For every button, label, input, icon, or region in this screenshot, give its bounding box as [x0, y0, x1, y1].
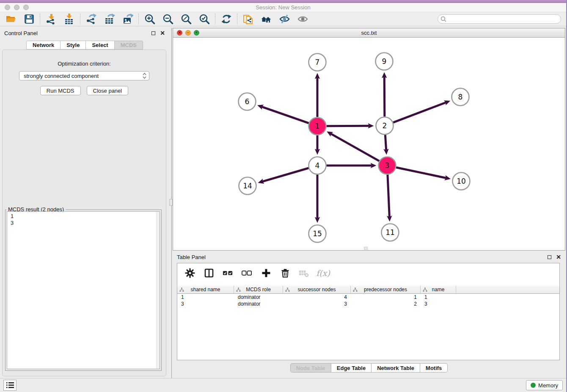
network-canvas[interactable]: 7968124314101511 [173, 38, 565, 250]
panel-divider[interactable] [169, 28, 173, 378]
home-button[interactable] [261, 14, 272, 25]
edge-3-10[interactable] [396, 167, 446, 178]
select-stepper-icon [143, 73, 146, 79]
edge-2-3[interactable] [385, 135, 386, 150]
import-network-icon [46, 14, 57, 25]
table-cell[interactable]: dominator [234, 294, 283, 300]
table-cell[interactable]: 1 [421, 294, 456, 300]
divider-grip[interactable] [169, 199, 173, 206]
search-input[interactable] [438, 14, 561, 24]
edge-3-1[interactable] [331, 134, 379, 161]
column-header-name[interactable]: name [421, 286, 456, 293]
import-network-button[interactable] [45, 14, 57, 25]
control-panel-title: Control Panel [4, 30, 38, 36]
edge-1-2[interactable] [326, 126, 369, 126]
zoom-out-button[interactable] [162, 14, 173, 25]
network-minimize-button[interactable]: − [185, 30, 191, 36]
edge-2-8[interactable] [393, 102, 446, 122]
hide-details-button[interactable] [279, 14, 290, 25]
float-panel-icon[interactable] [151, 31, 155, 35]
table-cell[interactable]: 3 [177, 301, 234, 307]
trash-icon [280, 268, 291, 279]
zoom-selected-button[interactable] [198, 14, 210, 25]
tab-select[interactable]: Select [86, 41, 114, 50]
column-header-MCDS-role[interactable]: MCDS role [234, 286, 283, 293]
export-table-icon [104, 14, 115, 25]
network-window-titlebar[interactable]: ✕ − + scc.txt [173, 28, 565, 38]
split-panes-icon [204, 268, 215, 279]
add-column-button[interactable] [260, 268, 272, 279]
column-header-predecessor-nodes[interactable]: predecessor nodes [351, 286, 421, 293]
table-cell[interactable]: 1 [351, 294, 421, 300]
node-label-8: 8 [458, 93, 463, 101]
network-maximize-button[interactable]: + [194, 30, 199, 36]
zoom-fit-button[interactable] [180, 14, 192, 25]
edge-2-9[interactable] [384, 77, 385, 116]
show-details-button[interactable] [297, 14, 308, 25]
tab-network[interactable]: Network [26, 41, 61, 50]
open-session-button[interactable] [5, 14, 17, 25]
plus-icon [261, 268, 272, 279]
table-cell[interactable]: 1 [177, 294, 234, 300]
table-row[interactable]: 1dominator411 [177, 294, 559, 301]
export-image-button[interactable] [122, 14, 133, 25]
gear-icon [184, 268, 195, 279]
task-list-icon [6, 381, 15, 389]
float-table-panel-icon[interactable] [548, 255, 551, 259]
node-label-6: 6 [245, 97, 250, 106]
edge-3-11[interactable] [388, 174, 389, 217]
deselect-all-button[interactable] [241, 268, 253, 279]
table-cell[interactable]: 3 [421, 301, 456, 307]
node-label-4: 4 [315, 161, 320, 170]
edge-1-6[interactable] [261, 107, 308, 123]
result-scrollbar[interactable] [156, 212, 160, 369]
network-graph[interactable]: 7968124314101511 [173, 38, 565, 250]
table-container: f(x) shared nameMCDS rolesuccessor nodes… [177, 263, 560, 360]
checked-boxes-icon [222, 268, 234, 279]
save-session-button[interactable] [23, 14, 35, 25]
refresh-button[interactable] [220, 14, 232, 25]
canvas-scroll-thumb[interactable] [364, 247, 368, 250]
titlebar: Session: New Session [0, 3, 566, 12]
function-builder-button[interactable]: f(x) [317, 268, 329, 279]
zoom-in-icon [144, 14, 155, 25]
network-from-file-button[interactable] [242, 14, 254, 25]
tab-network-table[interactable]: Network Table [372, 363, 420, 373]
tab-node-table[interactable]: Node Table [290, 363, 331, 373]
delete-table-button[interactable] [298, 268, 310, 279]
tab-edge-table[interactable]: Edge Table [331, 363, 372, 373]
task-history-button[interactable] [3, 380, 17, 391]
close-table-panel-icon[interactable]: ✕ [556, 254, 561, 260]
export-network-button[interactable] [85, 14, 97, 25]
column-header-shared-name[interactable]: shared name [177, 286, 234, 293]
zoom-in-button[interactable] [144, 14, 155, 25]
export-image-icon [122, 14, 133, 25]
tab-style[interactable]: Style [61, 41, 86, 50]
memory-button[interactable]: Memory [526, 380, 563, 390]
node-label-15: 15 [313, 229, 322, 238]
run-mcds-button[interactable]: Run MCDS [40, 86, 81, 95]
table-cell[interactable]: 3 [283, 301, 351, 307]
table-cell[interactable]: 4 [283, 294, 351, 300]
column-header-successor-nodes[interactable]: successor nodes [283, 286, 351, 293]
table-row[interactable]: 3dominator323 [177, 301, 559, 307]
select-all-button[interactable] [222, 268, 234, 279]
delete-column-button[interactable] [279, 268, 291, 279]
table-cell[interactable]: dominator [234, 301, 283, 307]
application-window: Session: New Session [0, 0, 567, 392]
mcds-result-area[interactable]: 1 3 [7, 211, 160, 369]
tab-mcds[interactable]: MCDS [115, 41, 143, 50]
close-panel-button[interactable]: Close panel [87, 86, 129, 95]
optimization-label: Optimization criterion: [3, 61, 166, 67]
tab-motifs[interactable]: Motifs [420, 363, 448, 373]
export-table-button[interactable] [104, 14, 115, 25]
network-close-button[interactable]: ✕ [177, 30, 182, 36]
table-settings-button[interactable] [184, 268, 195, 279]
split-view-button[interactable] [203, 268, 215, 279]
edge-4-14[interactable] [262, 168, 308, 182]
status-bar: Memory [0, 378, 566, 392]
table-cell[interactable]: 2 [351, 301, 421, 307]
optimization-select[interactable]: strongly connected component [19, 71, 149, 80]
close-panel-icon[interactable]: ✕ [160, 30, 165, 36]
import-table-button[interactable] [63, 14, 75, 25]
